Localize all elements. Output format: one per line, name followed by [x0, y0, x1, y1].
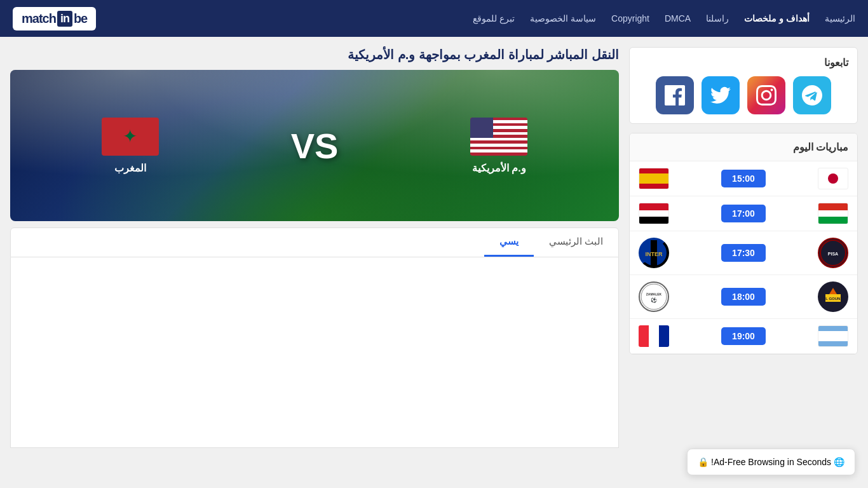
ad-notification-text: 🔒 !Ad-Free Browsing in Seconds 🌐: [698, 457, 844, 458]
flag-morocco-large: ✦: [102, 118, 159, 156]
match-row[interactable]: 15:00: [630, 161, 857, 196]
site-header: الرئيسية أهداف و ملخصات راسلنا DMCA Copy…: [0, 0, 868, 37]
svg-text:⚽: ⚽: [651, 297, 657, 303]
main-content: النقل المباشر لمباراة المغرب بمواجهة و.م…: [10, 47, 619, 448]
match-row[interactable]: EL GOUNA 18:00 ZAMALEK ⚽: [630, 275, 857, 319]
match-time: 19:00: [721, 327, 766, 345]
tab-main-stream[interactable]: البث الرئيسي: [534, 228, 618, 257]
svg-text:INTER: INTER: [646, 251, 663, 257]
svg-text:PISA: PISA: [828, 252, 838, 256]
ad-notification[interactable]: 🔒 !Ad-Free Browsing in Seconds 🌐: [687, 449, 855, 458]
match-row[interactable]: 19:00: [630, 319, 857, 354]
nav-goals[interactable]: أهداف و ملخصات: [744, 13, 810, 24]
telegram-link[interactable]: [793, 76, 831, 114]
match-banner: و.م الأمريكية VS ✦ المغرب: [10, 70, 619, 221]
logo-match: match: [22, 11, 56, 26]
logo-elgouna: EL GOUNA: [818, 281, 848, 312]
flag-spain: [639, 168, 669, 189]
flag-egypt: [639, 203, 669, 224]
stream-tabs: البث الرئيسي يسي: [10, 227, 619, 257]
flag-usa-large: [470, 118, 527, 156]
follow-section: تابعونا: [629, 47, 858, 124]
match-row[interactable]: 17:00: [630, 196, 857, 231]
logo-in: in: [57, 11, 72, 27]
nav-dmca[interactable]: DMCA: [665, 13, 691, 24]
follow-title: تابعونا: [639, 57, 848, 69]
tab-content-area: [10, 257, 619, 448]
nav-contact[interactable]: راسلنا: [706, 13, 729, 24]
logo-pisa: PISA: [818, 238, 848, 268]
main-nav: الرئيسية أهداف و ملخصات راسلنا DMCA Copy…: [473, 13, 855, 24]
flag-france: [639, 325, 669, 347]
match-time: 17:00: [721, 205, 766, 222]
main-layout: تابعونا مباريات اليوم: [0, 37, 868, 458]
team-home: ✦ المغرب: [102, 118, 159, 174]
svg-point-8: [641, 284, 667, 309]
flag-argentina: [818, 325, 848, 347]
logo-zamalek: ZAMALEK ⚽: [639, 281, 669, 312]
match-time: 17:30: [721, 244, 766, 262]
svg-text:EL GOUNA: EL GOUNA: [823, 297, 843, 301]
svg-text:ZAMALEK: ZAMALEK: [646, 292, 662, 296]
facebook-link[interactable]: [656, 76, 694, 114]
nav-copyright[interactable]: Copyright: [611, 13, 649, 24]
tab-yasi[interactable]: يسي: [484, 228, 534, 257]
page-title: النقل المباشر لمباراة المغرب بمواجهة و.م…: [10, 47, 619, 62]
team-away: و.م الأمريكية: [470, 118, 527, 174]
nav-privacy[interactable]: سياسة الخصوصية: [530, 13, 596, 24]
nav-donate[interactable]: تبرع للموقع: [473, 13, 515, 24]
match-teams: و.م الأمريكية VS ✦ المغرب: [10, 118, 619, 174]
team-away-name: و.م الأمريكية: [472, 162, 526, 174]
morocco-star-icon: ✦: [123, 126, 137, 147]
social-icons-group: [639, 76, 848, 114]
vs-label: VS: [291, 125, 339, 166]
instagram-link[interactable]: [747, 76, 785, 114]
nav-home[interactable]: الرئيسية: [825, 13, 855, 24]
match-time: 18:00: [721, 288, 766, 306]
team-home-name: المغرب: [114, 162, 146, 174]
sidebar: تابعونا مباريات اليوم: [629, 47, 858, 448]
flag-japan: [818, 168, 848, 189]
match-row[interactable]: PISA 17:30 INTER: [630, 231, 857, 275]
match-time: 15:00: [721, 170, 766, 187]
logo-inter: INTER: [639, 238, 669, 268]
flag-paraguay: [818, 203, 848, 224]
matches-today-title: مباريات اليوم: [630, 133, 857, 161]
twitter-link[interactable]: [702, 76, 740, 114]
matches-today-box: مباريات اليوم 15:00 17:00 PISA: [629, 133, 858, 355]
logo-be: be: [74, 11, 87, 26]
site-logo[interactable]: be in match: [13, 7, 96, 30]
